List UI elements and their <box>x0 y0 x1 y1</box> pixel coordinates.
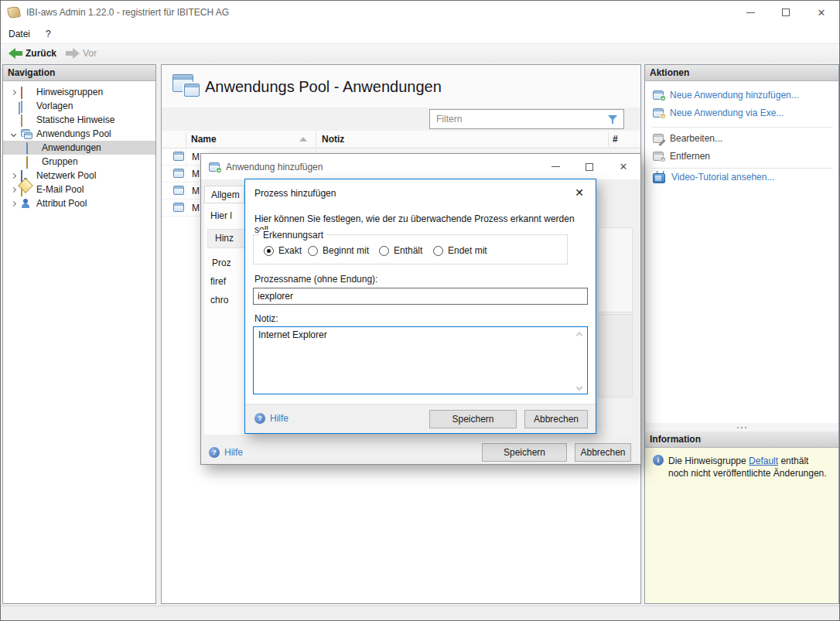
nav-item-anwendungs-pool[interactable]: Anwendungs Pool <box>3 127 155 141</box>
minimize-icon <box>746 12 755 13</box>
row-name: M <box>192 152 200 162</box>
clipped-control-fragment <box>598 399 633 435</box>
chevron-right-icon[interactable] <box>9 174 17 178</box>
vorlagen-icon <box>21 101 32 111</box>
nav-item-label: Gruppen <box>42 156 78 167</box>
radio-enthaelt[interactable]: Enthält <box>379 245 422 256</box>
tab-allgemein[interactable]: Allgem <box>204 186 244 203</box>
back-button[interactable]: Zurück <box>5 46 60 61</box>
menu-help[interactable]: ? <box>38 24 59 43</box>
table-header: Name Notiz # <box>162 131 640 148</box>
close-button[interactable]: ✕ <box>804 1 839 24</box>
filter-input[interactable] <box>435 113 608 125</box>
navigation-header: Navigation <box>3 65 155 81</box>
info-icon: i <box>653 455 664 466</box>
close-icon: ✕ <box>575 186 584 199</box>
close-icon: ✕ <box>620 162 628 172</box>
hinweisgruppen-icon <box>21 87 32 97</box>
clipped-text-fragment: Hinz <box>215 233 245 244</box>
application-icon <box>173 152 184 161</box>
dialog-maximize-button[interactable] <box>572 154 606 179</box>
column-header-notiz[interactable]: Notiz <box>322 134 344 145</box>
navigation-tree: Hinweisgruppen Vorlagen Statische Hinwei… <box>3 81 155 210</box>
dialog-cancel-button[interactable]: Abbrechen <box>524 410 588 428</box>
nav-item-email-pool[interactable]: E-Mail Pool <box>3 183 155 196</box>
forward-arrow-icon <box>66 48 80 59</box>
dialog-minimize-button[interactable] <box>538 154 572 179</box>
radio-label: Enthält <box>394 245 422 256</box>
groupbox-label: Erkennungsart <box>260 230 326 241</box>
chevron-right-icon[interactable] <box>9 202 17 206</box>
application-icon <box>173 186 184 195</box>
action-new-application[interactable]: + Neue Anwendung hinzufügen... <box>653 88 799 102</box>
dialog-help-link[interactable]: ? Hilfe <box>254 413 289 424</box>
nav-item-attribut-pool[interactable]: Attribut Pool <box>3 196 155 210</box>
clipped-text-fragment: Hier l <box>210 210 245 221</box>
navigation-panel: Navigation Hinweisgruppen Vorlagen Stati… <box>2 64 156 604</box>
row-name: M <box>192 169 200 179</box>
chevron-down-icon[interactable] <box>9 132 17 136</box>
clipped-control-fragment <box>598 314 633 398</box>
action-video-tutorial[interactable]: Video-Tutorial ansehen... <box>653 170 774 184</box>
column-header-count[interactable]: # <box>613 134 618 145</box>
clipped-text-fragment: firef <box>210 276 245 287</box>
radio-exakt[interactable]: Exakt <box>264 245 302 256</box>
default-group-link[interactable]: Default <box>749 456 778 466</box>
scroll-up-icon[interactable] <box>577 332 583 338</box>
splitter-grip[interactable] <box>645 423 838 432</box>
window-edit-icon <box>653 134 664 143</box>
radio-endet-mit[interactable]: Endet mit <box>433 245 487 256</box>
filter-box <box>429 109 624 129</box>
dialog-save-button[interactable]: Speichern <box>482 443 567 462</box>
processname-input[interactable] <box>253 288 588 305</box>
dialog-title: Anwendung hinzufügen <box>226 162 323 172</box>
action-label: Entfernen <box>670 151 710 162</box>
radio-selected-icon[interactable] <box>264 246 274 256</box>
nav-item-label: Vorlagen <box>36 101 73 111</box>
dialog-help-link[interactable]: ? Hilfe <box>209 447 243 458</box>
forward-label: Vor <box>83 48 97 59</box>
menu-datei[interactable]: Datei <box>1 24 38 43</box>
chevron-right-icon[interactable] <box>9 90 17 94</box>
maximize-icon <box>782 9 790 16</box>
chevron-right-icon[interactable] <box>9 188 17 192</box>
action-new-application-via-exe[interactable]: + Neue Anwendung via Exe... <box>653 106 784 120</box>
processname-label: Prozessname (ohne Endung): <box>254 274 377 285</box>
action-label: Video-Tutorial ansehen... <box>671 172 774 183</box>
radio-label: Beginnt mit <box>323 245 369 256</box>
notiz-textarea[interactable]: Internet Explorer <box>253 326 588 394</box>
anwendungen-icon <box>26 143 38 153</box>
app-icon <box>7 6 21 19</box>
window-remove-icon: × <box>653 152 664 161</box>
maximize-icon <box>586 163 593 171</box>
dialog-cancel-button[interactable]: Abbrechen <box>575 443 631 462</box>
minimize-button[interactable] <box>732 1 768 24</box>
action-remove[interactable]: × Entfernen <box>653 149 710 163</box>
dialog-close-button[interactable]: ✕ <box>606 154 640 179</box>
erkennungsart-groupbox: Erkennungsart Exakt Beginnt mit Enthält … <box>253 234 568 264</box>
nav-item-label: Statische Hinweise <box>36 114 114 125</box>
dialog-close-button[interactable]: ✕ <box>571 184 588 201</box>
nav-item-vorlagen[interactable]: Vorlagen <box>3 99 155 113</box>
action-edit[interactable]: Bearbeiten... <box>653 131 722 145</box>
nav-item-statische-hinweise[interactable]: Statische Hinweise <box>3 113 155 127</box>
maximize-button[interactable] <box>768 1 804 24</box>
column-header-name[interactable]: Name <box>191 134 217 145</box>
scroll-down-icon[interactable] <box>577 385 583 391</box>
radio-icon[interactable] <box>433 246 443 256</box>
filter-funnel-icon[interactable] <box>608 114 619 125</box>
nav-item-hinweisgruppen[interactable]: Hinweisgruppen <box>3 85 155 99</box>
window-add-icon: + <box>653 90 664 100</box>
actions-header: Aktionen <box>645 65 838 81</box>
radio-beginnt-mit[interactable]: Beginnt mit <box>308 245 369 256</box>
clipped-text-fragment: Proz <box>212 258 245 268</box>
radio-icon[interactable] <box>308 246 318 256</box>
nav-item-gruppen[interactable]: Gruppen <box>3 155 155 169</box>
statische-hinweise-icon <box>21 115 32 125</box>
forward-button[interactable]: Vor <box>63 46 100 61</box>
dialog-save-button[interactable]: Speichern <box>429 410 517 428</box>
window-exe-icon: + <box>653 108 664 118</box>
clipped-text-fragment: chro <box>210 295 245 305</box>
radio-icon[interactable] <box>379 246 389 256</box>
nav-item-anwendungen[interactable]: Anwendungen <box>3 141 155 155</box>
